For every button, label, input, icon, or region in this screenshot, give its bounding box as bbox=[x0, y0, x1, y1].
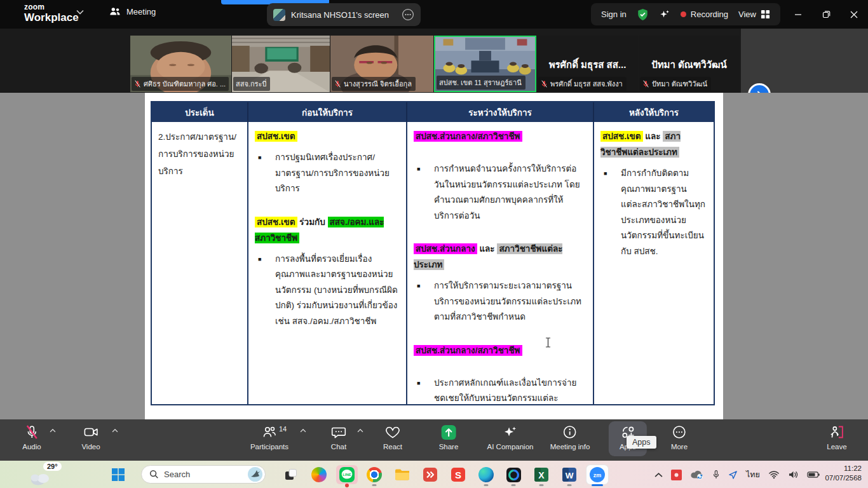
participant-name-label: ปัทมา ตัณฑวิวัฒน์ bbox=[640, 77, 711, 91]
cell-bullet-item: ■การลงพื้นที่ตรวจเยี่ยมเรื่องคุณภาพและมา… bbox=[255, 252, 400, 330]
table-body-row: 2.ประกาศ/มาตรฐาน/การบริการของหน่วยบริการ… bbox=[152, 122, 714, 404]
column-header: ประเด็น bbox=[152, 102, 247, 122]
close-button[interactable] bbox=[840, 0, 868, 29]
chat-button[interactable]: Chat bbox=[331, 423, 347, 451]
participants-label: Participants bbox=[250, 443, 288, 451]
taskbar-app-task-view[interactable] bbox=[280, 465, 302, 484]
participants-options-caret[interactable] bbox=[300, 428, 307, 433]
share-button[interactable]: Share bbox=[439, 423, 459, 451]
ai-companion-button[interactable]: AI Companion bbox=[487, 423, 534, 451]
search-highlight-bird-image bbox=[247, 466, 263, 482]
cell-bullet-item: ■การกำหนดจำนวนครั้งการให้บริการต่อวันในห… bbox=[414, 161, 587, 224]
tab-meeting[interactable]: Meeting bbox=[109, 6, 156, 17]
participant-name-label: ศศิธร บัณฑิตมหากุล ศอ. ... bbox=[132, 77, 229, 91]
participant-video-tile[interactable]: นางสุวรรณี จิตรเอื้อกุล bbox=[330, 36, 433, 92]
taskbar-app-webex[interactable] bbox=[503, 465, 524, 484]
cell-bullet-item: ■ประกาศหลักเกณฑ์และเงื่อนไขการจ่ายชดเชยใ… bbox=[414, 376, 587, 405]
participant-video-tile[interactable]: ศศิธร บัณฑิตมหากุล ศอ. ... bbox=[130, 36, 231, 92]
microphone-tray-icon[interactable] bbox=[712, 470, 720, 480]
workspace-chevron-down-icon[interactable] bbox=[76, 10, 84, 15]
wifi-icon[interactable] bbox=[768, 470, 780, 479]
temperature-badge: 29° bbox=[43, 462, 62, 471]
participant-video-tile[interactable]: สสจ.กระบี่ bbox=[232, 36, 330, 92]
cell-bullet-item: ■การปฐมนิเทศเรื่องประกาศ/มาตรฐาน/การบริก… bbox=[255, 150, 400, 197]
react-button[interactable]: React bbox=[383, 423, 402, 451]
participant-video-tile[interactable]: พรศักดิ์ มธุรส สส...พรศักดิ์ มธุรส สสจ.พ… bbox=[537, 36, 638, 92]
zoom-workplace-window: zoom Workplace Meeting Kritsana NHSO11's… bbox=[0, 0, 868, 488]
location-tray-icon[interactable] bbox=[728, 470, 738, 480]
svg-text:S: S bbox=[455, 470, 461, 480]
taskbar-search[interactable]: Search bbox=[141, 465, 266, 484]
more-icon bbox=[672, 423, 687, 441]
cell-during-service: สปสช.ส่วนกลาง/สภาวิชาชีพ■การกำหนดจำนวนคร… bbox=[406, 122, 593, 404]
onedrive-sync-icon[interactable] bbox=[690, 470, 704, 480]
audio-label: Audio bbox=[22, 443, 41, 451]
tab-shared-screen[interactable]: Kritsana NHSO11's screen bbox=[267, 3, 421, 26]
video-label: Video bbox=[81, 443, 100, 451]
cell-after-service: สปสช.เขต และ สภาวิชาชีพแต่ละประเภท■มีการ… bbox=[593, 122, 714, 404]
windows-logo-icon bbox=[111, 468, 125, 482]
column-header: หลังให้บริการ bbox=[593, 102, 714, 122]
muted-mic-icon bbox=[541, 80, 548, 88]
participant-video-tile[interactable]: สปสช. เขต 11 สุราษฎร์ธานี bbox=[434, 36, 536, 92]
participant-name-label: สสจ.กระบี่ bbox=[233, 77, 270, 91]
taskbar-app-chrome[interactable] bbox=[363, 465, 385, 484]
tab-meeting-label: Meeting bbox=[126, 7, 156, 17]
ai-sparkle-icon[interactable] bbox=[659, 9, 670, 20]
taskbar-app-line[interactable]: LINE bbox=[336, 465, 358, 484]
taskbar-app-file-explorer[interactable] bbox=[391, 465, 413, 484]
info-icon bbox=[562, 423, 578, 441]
audio-options-caret[interactable] bbox=[50, 428, 57, 433]
participant-name-label: พรศักดิ์ มธุรส สสจ.พังงา bbox=[538, 77, 627, 91]
svg-text:LINE: LINE bbox=[342, 473, 351, 477]
audio-button[interactable]: Audio bbox=[22, 423, 41, 451]
start-button[interactable] bbox=[109, 466, 127, 484]
more-button[interactable]: More bbox=[671, 423, 688, 451]
participant-video-tile[interactable]: ปัทมา ตัณฑวิวัฒน์ปัทมา ตัณฑวิวัฒน์ bbox=[639, 36, 740, 92]
video-button[interactable]: Video bbox=[81, 423, 100, 451]
titlebar-right-cluster: Sign in Recording View bbox=[591, 3, 780, 25]
video-options-caret[interactable] bbox=[112, 428, 119, 433]
language-indicator[interactable]: ไทย bbox=[746, 468, 760, 481]
svg-text:W: W bbox=[566, 471, 574, 480]
taskbar-app-s-app[interactable]: S bbox=[447, 465, 469, 484]
sparkle-icon bbox=[503, 423, 519, 441]
sign-in-button[interactable]: Sign in bbox=[601, 10, 627, 19]
leave-button[interactable]: Leave bbox=[827, 423, 846, 451]
participants-button[interactable]: 14Participants bbox=[250, 423, 288, 451]
hidden-icons-chevron-icon[interactable] bbox=[654, 472, 663, 478]
taskbar-app-red-arrows-app[interactable] bbox=[419, 465, 441, 484]
taskbar-clock[interactable]: 11:22 07/07/2568 bbox=[825, 464, 862, 483]
shield-check-icon[interactable] bbox=[637, 8, 649, 21]
minimize-button[interactable] bbox=[784, 0, 812, 29]
taskbar-app-zoom-app[interactable]: zm bbox=[587, 465, 608, 484]
battery-icon[interactable] bbox=[807, 471, 820, 478]
share-label: Share bbox=[439, 443, 459, 451]
participant-display-name: ปัทมา ตัณฑวิวัฒน์ bbox=[639, 57, 740, 72]
taskbar-app-word[interactable]: W bbox=[559, 465, 580, 484]
meeting-info-button[interactable]: Meeting info bbox=[550, 423, 590, 451]
cell-heading: สปสช.ส่วนกลาง และ สภาวิชาชีพแต่ละประเภท bbox=[414, 241, 587, 273]
shared-screen-thumbnail-icon bbox=[273, 9, 285, 21]
volume-icon[interactable] bbox=[788, 470, 799, 479]
participant-display-name: พรศักดิ์ มธุรส สส... bbox=[537, 57, 638, 72]
taskbar-app-excel[interactable]: X bbox=[531, 465, 552, 484]
ai-companion-label: AI Companion bbox=[487, 443, 534, 451]
weather-widget[interactable]: 29° bbox=[29, 463, 62, 487]
window-controls bbox=[784, 0, 868, 29]
taskbar-app-copilot[interactable] bbox=[308, 465, 330, 484]
red-tray-app-icon[interactable] bbox=[671, 470, 682, 480]
muted-mic-icon bbox=[134, 80, 141, 88]
restore-button[interactable] bbox=[812, 0, 840, 29]
shared-document-page: ประเด็นก่อนให้บริการระหว่างให้บริการหลัง… bbox=[145, 93, 723, 419]
logo-zoom-text: zoom bbox=[24, 3, 79, 11]
tab-options-ellipsis-icon[interactable] bbox=[402, 8, 414, 21]
view-button[interactable]: View bbox=[738, 10, 770, 19]
cell-bullet-item: ■การให้บริการตามระยะเวลามาตรฐานบริการของ… bbox=[414, 278, 587, 325]
logo-workplace-text: Workplace bbox=[24, 12, 79, 23]
participants-icon: 14 bbox=[261, 423, 278, 441]
view-label: View bbox=[738, 10, 756, 19]
svg-text:zm: zm bbox=[593, 472, 602, 478]
chat-options-caret[interactable] bbox=[357, 428, 364, 433]
taskbar-app-edge[interactable] bbox=[475, 465, 497, 484]
